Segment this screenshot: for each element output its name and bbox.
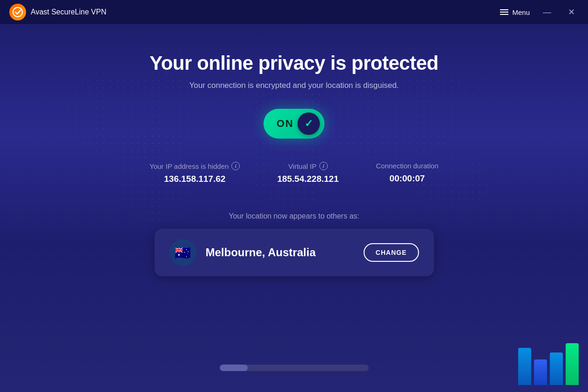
australia-flag-icon: 🇦🇺	[175, 245, 191, 260]
svg-point-0	[13, 7, 22, 17]
ip-address-info: Your IP address is hidden i 136.158.117.…	[149, 162, 240, 184]
change-location-button[interactable]: CHANGE	[364, 243, 419, 262]
location-card: 🇦🇺 Melbourne, Australia CHANGE	[155, 229, 434, 276]
country-flag: 🇦🇺	[169, 239, 196, 266]
ip-label-row: Your IP address is hidden i	[149, 162, 240, 170]
signal-bar-4	[566, 343, 579, 385]
main-subtitle: Your connection is encrypted and your lo…	[189, 81, 399, 90]
menu-label: Menu	[512, 8, 530, 16]
signal-bar-3	[550, 352, 563, 385]
toggle-check-circle: ✓	[297, 113, 320, 135]
menu-button[interactable]: Menu	[500, 8, 530, 16]
title-bar: Avast SecureLine VPN Menu — ✕	[0, 0, 588, 24]
virtual-ip-value: 185.54.228.121	[277, 174, 338, 184]
app-title: Avast SecureLine VPN	[31, 8, 106, 16]
signal-bar-2	[534, 359, 547, 385]
bottom-decoration	[518, 343, 588, 392]
title-bar-right: Menu — ✕	[500, 5, 579, 19]
ip-label: Your IP address is hidden	[149, 162, 229, 170]
location-city: Melbourne, Australia	[206, 246, 354, 259]
scrollbar-thumb	[220, 365, 248, 371]
virtual-ip-info: Virtual IP i 185.54.228.121	[277, 162, 338, 184]
main-title: Your online privacy is protected	[149, 52, 438, 74]
avast-logo	[9, 4, 26, 20]
hamburger-icon	[500, 9, 508, 15]
connection-duration-label-row: Connection duration	[376, 162, 438, 170]
vpn-toggle[interactable]: ON ✓	[264, 109, 324, 139]
minimize-button[interactable]: —	[539, 6, 555, 19]
bottom-scrollbar[interactable]	[220, 365, 369, 371]
virtual-ip-label-row: Virtual IP i	[288, 162, 328, 170]
ip-info-icon[interactable]: i	[231, 162, 240, 170]
content-wrapper: Your online privacy is protected Your co…	[0, 24, 588, 276]
location-section: Your location now appears to others as: …	[0, 212, 588, 276]
virtual-ip-label: Virtual IP	[288, 162, 317, 170]
connection-duration-value: 00:00:07	[390, 173, 425, 184]
toggle-container: ON ✓	[264, 109, 324, 139]
checkmark-icon: ✓	[304, 118, 313, 130]
toggle-on-label: ON	[277, 118, 294, 130]
close-button[interactable]: ✕	[564, 5, 579, 19]
stats-row: Your IP address is hidden i 136.158.117.…	[149, 162, 438, 184]
main-content: Your online privacy is protected Your co…	[0, 24, 588, 392]
connection-duration-label: Connection duration	[376, 162, 438, 170]
signal-bar-1	[518, 348, 531, 385]
ip-value: 136.158.117.62	[164, 174, 225, 184]
location-label: Your location now appears to others as:	[229, 212, 359, 220]
virtual-ip-info-icon[interactable]: i	[319, 162, 328, 170]
connection-duration-info: Connection duration 00:00:07	[376, 162, 438, 184]
title-bar-left: Avast SecureLine VPN	[9, 4, 106, 20]
